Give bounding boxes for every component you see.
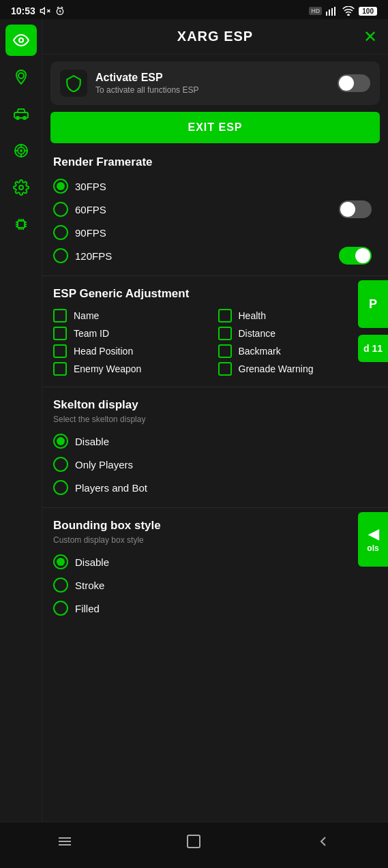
bottom-nav xyxy=(0,822,388,860)
fps-120-toggle-knob xyxy=(355,248,370,263)
close-button[interactable]: ✕ xyxy=(363,27,377,46)
skelton-disable-radio[interactable] xyxy=(53,434,68,449)
activate-esp-toggle[interactable] xyxy=(338,74,370,92)
checkbox-backmark[interactable]: Backmark xyxy=(218,344,378,358)
skelton-disable-row[interactable]: Disable xyxy=(53,430,377,453)
fps-60-toggle[interactable] xyxy=(339,200,372,218)
bbox-disable-radio[interactable] xyxy=(53,554,68,569)
status-right: HD 100 xyxy=(309,6,377,16)
sidebar-item-target[interactable] xyxy=(5,135,37,166)
skelton-only-players-row[interactable]: Only Players xyxy=(53,453,377,476)
skelton-only-players-radio[interactable] xyxy=(53,457,68,472)
esp-generic-section: ESP Generic Adjustment P Name Health xyxy=(42,280,388,383)
target-icon xyxy=(13,143,29,159)
skelton-players-bot-radio[interactable] xyxy=(53,480,68,495)
esp-checkbox-grid: Name Health Team ID Distance xyxy=(53,306,377,378)
fps-60-radio[interactable] xyxy=(53,202,68,217)
esp-generic-float-tab-2[interactable]: d 11 xyxy=(358,335,388,362)
sidebar-item-location[interactable] xyxy=(5,61,37,93)
activate-esp-title: Activate ESP xyxy=(95,72,329,84)
checkbox-enemy-weapon-box[interactable] xyxy=(53,362,67,376)
activate-esp-card: Activate ESP To activate all functions E… xyxy=(50,61,380,105)
fps-60-label: 60FPS xyxy=(75,204,106,215)
svg-rect-39 xyxy=(188,835,200,848)
fps-30-row[interactable]: 30FPS xyxy=(53,175,377,198)
checkbox-grenade-warning-label: Grenade Warning xyxy=(239,363,314,375)
bounding-box-title: Bounding box style xyxy=(53,519,377,533)
checkbox-health-box[interactable] xyxy=(218,309,232,323)
signal-icon xyxy=(326,6,338,16)
fps-30-radio[interactable] xyxy=(53,179,68,194)
checkbox-backmark-box[interactable] xyxy=(218,344,232,358)
sidebar-item-car[interactable] xyxy=(5,98,37,130)
sidebar-item-settings[interactable] xyxy=(5,172,37,203)
fps-120-row: 120FPS xyxy=(53,244,377,267)
status-left: 10:53 xyxy=(11,5,65,16)
chip-icon xyxy=(13,216,29,233)
sidebar-item-eye[interactable] xyxy=(5,25,37,56)
esp-shield-icon xyxy=(65,74,83,92)
bbox-disable-row[interactable]: Disable xyxy=(53,550,377,573)
activate-esp-text: Activate ESP To activate all functions E… xyxy=(95,72,329,95)
checkbox-health[interactable]: Health xyxy=(218,309,378,323)
checkbox-enemy-weapon[interactable]: Enemy Weapon xyxy=(53,362,213,376)
menu-icon xyxy=(57,833,73,850)
bbox-filled-radio[interactable] xyxy=(53,601,68,616)
exit-esp-button[interactable]: EXIT ESP xyxy=(50,112,380,143)
car-icon xyxy=(13,106,29,122)
esp-generic-float-tab[interactable]: P xyxy=(358,280,388,328)
fps-90-radio[interactable] xyxy=(53,225,68,240)
bbox-stroke-label: Stroke xyxy=(75,580,104,591)
fps-120-toggle[interactable] xyxy=(339,247,372,265)
hd-badge: HD xyxy=(309,7,322,15)
bbox-filled-row[interactable]: Filled xyxy=(53,597,377,620)
nav-home[interactable] xyxy=(173,828,214,855)
activate-esp-icon xyxy=(60,70,87,97)
divider-3 xyxy=(42,507,388,508)
checkbox-backmark-label: Backmark xyxy=(239,345,281,357)
bbox-filled-label: Filled xyxy=(75,603,100,614)
svg-rect-23 xyxy=(18,221,25,228)
checkbox-teamid[interactable]: Team ID xyxy=(53,327,213,340)
divider-1 xyxy=(42,275,388,276)
divider-2 xyxy=(42,387,388,387)
fps-90-row[interactable]: 90FPS xyxy=(53,221,377,244)
bottom-spacer xyxy=(42,624,388,638)
nav-back[interactable] xyxy=(303,828,344,855)
bbox-stroke-radio[interactable] xyxy=(53,578,68,593)
fps-60-radio-row[interactable]: 60FPS xyxy=(53,198,339,221)
settings-icon xyxy=(13,179,29,196)
checkbox-teamid-box[interactable] xyxy=(53,327,67,340)
status-bar: 10:53 HD 100 xyxy=(0,0,388,19)
skelton-players-bot-row[interactable]: Players and Bot xyxy=(53,476,377,499)
checkbox-name[interactable]: Name xyxy=(53,309,213,323)
checkbox-distance-box[interactable] xyxy=(218,327,232,340)
checkbox-grenade-warning[interactable]: Grenade Warning xyxy=(218,362,378,376)
battery: 100 xyxy=(359,7,377,16)
bbox-stroke-row[interactable]: Stroke xyxy=(53,573,377,597)
svg-rect-8 xyxy=(334,7,335,16)
wifi-icon xyxy=(342,6,355,16)
checkbox-name-box[interactable] xyxy=(53,309,67,323)
checkbox-grenade-warning-box[interactable] xyxy=(218,362,232,376)
checkbox-head-position[interactable]: Head Position xyxy=(53,344,213,358)
skelton-disable-label: Disable xyxy=(75,436,109,447)
fps-120-radio-row[interactable]: 120FPS xyxy=(53,244,339,267)
location-icon xyxy=(13,69,29,85)
sidebar-item-chip[interactable] xyxy=(5,209,37,240)
fps-30-label: 30FPS xyxy=(75,181,106,192)
home-icon xyxy=(185,833,202,850)
checkbox-head-position-box[interactable] xyxy=(53,344,67,358)
checkbox-distance[interactable]: Distance xyxy=(218,327,378,340)
bounding-box-section: Bounding box style Custom display box st… xyxy=(42,512,388,624)
fps-120-radio[interactable] xyxy=(53,248,68,263)
render-framerate-section: Render Framerate 30FPS 60FPS 90FPS xyxy=(42,149,388,271)
skelton-only-players-label: Only Players xyxy=(75,459,133,470)
checkbox-enemy-weapon-label: Enemy Weapon xyxy=(74,363,141,375)
skelton-display-subtitle: Select the skelton display xyxy=(53,415,377,424)
svg-rect-7 xyxy=(331,8,333,16)
checkbox-health-label: Health xyxy=(239,310,266,322)
bounding-box-float-tab[interactable]: ◀ ols xyxy=(358,512,388,567)
svg-point-9 xyxy=(348,14,349,16)
nav-menu[interactable] xyxy=(44,828,85,855)
